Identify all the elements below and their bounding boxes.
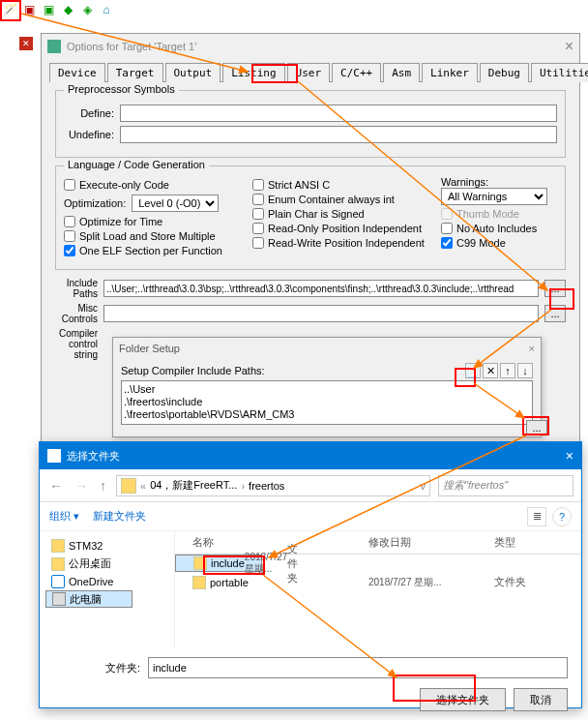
up-icon[interactable]: ↑ <box>98 476 108 495</box>
define-input[interactable] <box>120 105 557 122</box>
close-icon[interactable]: × <box>565 38 573 55</box>
tree-item[interactable]: OneDrive <box>45 573 168 590</box>
organize-menu[interactable]: 组织 ▾ <box>49 509 79 524</box>
preprocessor-group: Preprocessor Symbols Define: Undefine: <box>55 90 566 158</box>
rebuild-icon[interactable]: ▣ <box>41 2 56 17</box>
folder-icon <box>121 478 136 494</box>
app-icon <box>47 40 61 53</box>
tab-device[interactable]: Device <box>49 63 105 82</box>
tree-item[interactable]: 公用桌面 <box>45 555 168 573</box>
folder-name-input[interactable]: include <box>148 657 568 678</box>
thumb-check: Thumb Mode <box>441 208 557 220</box>
file-list[interactable]: 名称 修改日期 类型 include2018/7/27 星期...文件夹port… <box>175 531 581 647</box>
dialog-title-bar: Options for Target 'Target 1' × <box>42 34 579 59</box>
picker-title: 选择文件夹 <box>67 449 120 464</box>
new-folder-button[interactable]: 新建文件夹 <box>93 509 146 524</box>
home-icon[interactable]: ⌂ <box>99 2 114 17</box>
misc-input[interactable] <box>103 305 539 322</box>
tab-linker[interactable]: Linker <box>422 63 478 82</box>
c99-check[interactable]: C99 Mode <box>441 237 557 249</box>
cancel-button[interactable]: 取消 <box>514 688 568 711</box>
folder-setup-title: Folder Setup <box>119 343 180 354</box>
view-icon[interactable]: ≣ <box>527 507 546 526</box>
close-icon[interactable]: × <box>529 343 535 354</box>
folder-icon <box>51 539 65 553</box>
folder-icon <box>51 557 65 571</box>
folder-setup-dialog: Folder Setup × Setup Compiler Include Pa… <box>112 337 542 437</box>
undefine-input[interactable] <box>120 126 557 143</box>
breadcrumb[interactable]: « 04，新建FreeRT...› freertos v <box>116 475 430 496</box>
search-input[interactable]: 搜索"freertos" <box>438 475 573 496</box>
dialog-title: Options for Target 'Target 1' <box>67 41 196 52</box>
help-icon[interactable]: ? <box>552 507 572 526</box>
batch-icon[interactable]: ◈ <box>79 2 95 17</box>
plain-check[interactable]: Plain Char is Signed <box>252 208 426 220</box>
tab-asm[interactable]: Asm <box>383 63 420 82</box>
language-group: Language / Code Generation Execute-only … <box>55 165 566 270</box>
tab-output[interactable]: Output <box>165 63 221 82</box>
close-icon[interactable]: × <box>566 448 573 464</box>
delete-icon[interactable]: ✕ <box>483 363 498 378</box>
ro-pos-check[interactable]: Read-Only Position Independent <box>252 223 426 234</box>
tab-target[interactable]: Target <box>107 63 163 82</box>
tab-debug[interactable]: Debug <box>480 63 529 82</box>
folder-icon <box>192 576 206 589</box>
move-down-icon[interactable]: ↓ <box>517 363 533 378</box>
move-up-icon[interactable]: ↑ <box>500 363 515 378</box>
back-icon[interactable]: ← <box>47 476 65 495</box>
include-paths-input[interactable] <box>103 280 539 297</box>
optimization-select[interactable]: Level 0 (-O0) <box>132 195 219 212</box>
tab-bar: DeviceTargetOutputListingUserC/C++AsmLin… <box>49 63 572 82</box>
close-icon[interactable]: ✕ <box>19 37 33 50</box>
app-icon <box>47 449 61 463</box>
opt-time-check[interactable]: Optimize for Time <box>64 216 237 227</box>
tab-utilities[interactable]: Utilities <box>531 63 588 82</box>
path-item[interactable]: .\freertos\include <box>124 396 530 408</box>
nav-tree[interactable]: STM32公用桌面OneDrive此电脑 <box>40 531 175 647</box>
tree-item[interactable]: STM32 <box>45 537 168 555</box>
list-item[interactable]: portable2018/7/27 星期...文件夹 <box>175 572 581 592</box>
folder-icon <box>51 575 65 588</box>
split-check[interactable]: Split Load and Store Multiple <box>64 230 237 242</box>
folder-icon <box>52 592 66 606</box>
build-icon[interactable]: ▣ <box>21 2 37 17</box>
load-icon[interactable]: ◆ <box>60 2 75 17</box>
one-elf-check[interactable]: One ELF Section per Function <box>64 245 237 256</box>
strict-check[interactable]: Strict ANSI C <box>252 179 426 191</box>
enum-check[interactable]: Enum Container always int <box>252 194 426 205</box>
path-item[interactable]: .\freertos\portable\RVDS\ARM_CM3 <box>124 408 530 421</box>
folder-picker-dialog: 选择文件夹 × ← → ↑ « 04，新建FreeRT...› freertos… <box>39 441 582 708</box>
warnings-select[interactable]: All Warnings <box>441 188 547 205</box>
tab-cc[interactable]: C/C++ <box>332 63 381 82</box>
rw-pos-check[interactable]: Read-Write Position Independent <box>252 237 426 249</box>
tree-item[interactable]: 此电脑 <box>45 590 132 608</box>
exec-only-check[interactable]: Execute-only Code <box>64 179 237 191</box>
forward-icon: → <box>73 476 90 495</box>
noauto-check[interactable]: No Auto Includes <box>441 223 557 234</box>
